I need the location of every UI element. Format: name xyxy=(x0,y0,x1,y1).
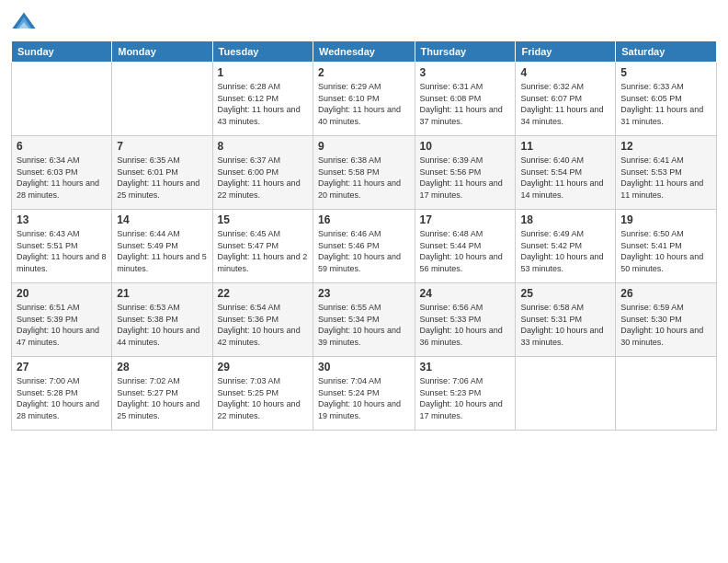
day-info: Sunrise: 6:44 AM Sunset: 5:49 PM Dayligh… xyxy=(117,228,207,274)
header-cell-thursday: Thursday xyxy=(415,41,516,63)
day-cell: 21Sunrise: 6:53 AM Sunset: 5:38 PM Dayli… xyxy=(112,283,212,357)
day-number: 14 xyxy=(117,213,207,226)
day-cell: 15Sunrise: 6:45 AM Sunset: 5:47 PM Dayli… xyxy=(212,210,313,283)
day-cell: 27Sunrise: 7:00 AM Sunset: 5:28 PM Dayli… xyxy=(12,357,112,431)
day-info: Sunrise: 6:31 AM Sunset: 6:08 PM Dayligh… xyxy=(420,81,511,127)
day-number: 10 xyxy=(420,140,511,153)
day-info: Sunrise: 6:59 AM Sunset: 5:30 PM Dayligh… xyxy=(620,302,711,348)
day-number: 31 xyxy=(420,361,511,373)
day-number: 16 xyxy=(318,213,410,226)
day-number: 3 xyxy=(420,66,511,79)
day-number: 11 xyxy=(520,140,610,153)
day-info: Sunrise: 6:53 AM Sunset: 5:38 PM Dayligh… xyxy=(117,302,207,348)
day-cell: 14Sunrise: 6:44 AM Sunset: 5:49 PM Dayli… xyxy=(112,210,212,283)
day-info: Sunrise: 6:48 AM Sunset: 5:44 PM Dayligh… xyxy=(420,228,511,274)
day-number: 17 xyxy=(420,213,511,226)
day-cell: 12Sunrise: 6:41 AM Sunset: 5:53 PM Dayli… xyxy=(616,136,717,210)
day-number: 27 xyxy=(17,361,107,373)
calendar-table: SundayMondayTuesdayWednesdayThursdayFrid… xyxy=(11,40,717,431)
day-cell xyxy=(112,63,212,136)
day-info: Sunrise: 7:06 AM Sunset: 5:23 PM Dayligh… xyxy=(420,375,511,421)
day-cell xyxy=(12,63,112,136)
header-cell-sunday: Sunday xyxy=(12,41,112,63)
day-info: Sunrise: 6:45 AM Sunset: 5:47 PM Dayligh… xyxy=(218,228,308,274)
day-cell: 17Sunrise: 6:48 AM Sunset: 5:44 PM Dayli… xyxy=(415,210,516,283)
header-row: SundayMondayTuesdayWednesdayThursdayFrid… xyxy=(12,41,717,63)
day-cell: 1Sunrise: 6:28 AM Sunset: 6:12 PM Daylig… xyxy=(212,63,313,136)
logo-icon xyxy=(11,9,37,35)
day-cell: 13Sunrise: 6:43 AM Sunset: 5:51 PM Dayli… xyxy=(12,210,112,283)
day-cell: 19Sunrise: 6:50 AM Sunset: 5:41 PM Dayli… xyxy=(616,210,717,283)
week-row-3: 13Sunrise: 6:43 AM Sunset: 5:51 PM Dayli… xyxy=(12,210,717,283)
day-info: Sunrise: 7:03 AM Sunset: 5:25 PM Dayligh… xyxy=(218,375,308,421)
day-cell: 8Sunrise: 6:37 AM Sunset: 6:00 PM Daylig… xyxy=(212,136,313,210)
day-number: 19 xyxy=(620,213,711,226)
day-cell xyxy=(616,357,717,431)
day-number: 30 xyxy=(318,361,410,373)
day-info: Sunrise: 6:54 AM Sunset: 5:36 PM Dayligh… xyxy=(218,302,308,348)
day-number: 22 xyxy=(218,287,308,300)
day-cell: 7Sunrise: 6:35 AM Sunset: 6:01 PM Daylig… xyxy=(112,136,212,210)
day-cell: 3Sunrise: 6:31 AM Sunset: 6:08 PM Daylig… xyxy=(415,63,516,136)
header-cell-tuesday: Tuesday xyxy=(212,41,313,63)
day-info: Sunrise: 6:41 AM Sunset: 5:53 PM Dayligh… xyxy=(620,155,711,201)
header xyxy=(11,9,717,35)
day-number: 15 xyxy=(218,213,308,226)
day-info: Sunrise: 6:29 AM Sunset: 6:10 PM Dayligh… xyxy=(318,81,410,127)
week-row-2: 6Sunrise: 6:34 AM Sunset: 6:03 PM Daylig… xyxy=(12,136,717,210)
day-cell: 26Sunrise: 6:59 AM Sunset: 5:30 PM Dayli… xyxy=(616,283,717,357)
day-number: 21 xyxy=(117,287,207,300)
calendar-body: 1Sunrise: 6:28 AM Sunset: 6:12 PM Daylig… xyxy=(12,63,717,431)
day-number: 13 xyxy=(17,213,107,226)
day-cell: 2Sunrise: 6:29 AM Sunset: 6:10 PM Daylig… xyxy=(313,63,415,136)
day-info: Sunrise: 7:04 AM Sunset: 5:24 PM Dayligh… xyxy=(318,375,410,421)
day-cell: 18Sunrise: 6:49 AM Sunset: 5:42 PM Dayli… xyxy=(516,210,616,283)
day-info: Sunrise: 6:28 AM Sunset: 6:12 PM Dayligh… xyxy=(218,81,308,127)
day-info: Sunrise: 6:46 AM Sunset: 5:46 PM Dayligh… xyxy=(318,228,410,274)
day-number: 6 xyxy=(17,140,107,153)
day-info: Sunrise: 6:39 AM Sunset: 5:56 PM Dayligh… xyxy=(420,155,511,201)
day-cell: 11Sunrise: 6:40 AM Sunset: 5:54 PM Dayli… xyxy=(516,136,616,210)
day-number: 12 xyxy=(620,140,711,153)
day-number: 20 xyxy=(17,287,107,300)
day-number: 24 xyxy=(420,287,511,300)
day-cell: 4Sunrise: 6:32 AM Sunset: 6:07 PM Daylig… xyxy=(516,63,616,136)
day-info: Sunrise: 6:32 AM Sunset: 6:07 PM Dayligh… xyxy=(520,81,610,127)
day-info: Sunrise: 6:56 AM Sunset: 5:33 PM Dayligh… xyxy=(420,302,511,348)
day-cell: 9Sunrise: 6:38 AM Sunset: 5:58 PM Daylig… xyxy=(313,136,415,210)
header-cell-saturday: Saturday xyxy=(616,41,717,63)
day-number: 8 xyxy=(218,140,308,153)
day-info: Sunrise: 6:40 AM Sunset: 5:54 PM Dayligh… xyxy=(520,155,610,201)
day-cell: 20Sunrise: 6:51 AM Sunset: 5:39 PM Dayli… xyxy=(12,283,112,357)
day-cell: 6Sunrise: 6:34 AM Sunset: 6:03 PM Daylig… xyxy=(12,136,112,210)
day-info: Sunrise: 7:00 AM Sunset: 5:28 PM Dayligh… xyxy=(17,375,107,421)
day-info: Sunrise: 6:51 AM Sunset: 5:39 PM Dayligh… xyxy=(17,302,107,348)
day-number: 28 xyxy=(117,361,207,373)
day-cell xyxy=(516,357,616,431)
day-number: 29 xyxy=(218,361,308,373)
day-info: Sunrise: 6:55 AM Sunset: 5:34 PM Dayligh… xyxy=(318,302,410,348)
week-row-5: 27Sunrise: 7:00 AM Sunset: 5:28 PM Dayli… xyxy=(12,357,717,431)
week-row-1: 1Sunrise: 6:28 AM Sunset: 6:12 PM Daylig… xyxy=(12,63,717,136)
day-number: 26 xyxy=(620,287,711,300)
day-cell: 23Sunrise: 6:55 AM Sunset: 5:34 PM Dayli… xyxy=(313,283,415,357)
day-number: 7 xyxy=(117,140,207,153)
day-info: Sunrise: 6:49 AM Sunset: 5:42 PM Dayligh… xyxy=(520,228,610,274)
day-cell: 5Sunrise: 6:33 AM Sunset: 6:05 PM Daylig… xyxy=(616,63,717,136)
day-cell: 22Sunrise: 6:54 AM Sunset: 5:36 PM Dayli… xyxy=(212,283,313,357)
day-cell: 25Sunrise: 6:58 AM Sunset: 5:31 PM Dayli… xyxy=(516,283,616,357)
day-info: Sunrise: 6:58 AM Sunset: 5:31 PM Dayligh… xyxy=(520,302,610,348)
week-row-4: 20Sunrise: 6:51 AM Sunset: 5:39 PM Dayli… xyxy=(12,283,717,357)
header-cell-friday: Friday xyxy=(516,41,616,63)
day-number: 18 xyxy=(520,213,610,226)
day-cell: 29Sunrise: 7:03 AM Sunset: 5:25 PM Dayli… xyxy=(212,357,313,431)
day-cell: 16Sunrise: 6:46 AM Sunset: 5:46 PM Dayli… xyxy=(313,210,415,283)
day-number: 23 xyxy=(318,287,410,300)
header-cell-monday: Monday xyxy=(112,41,212,63)
day-info: Sunrise: 7:02 AM Sunset: 5:27 PM Dayligh… xyxy=(117,375,207,421)
day-info: Sunrise: 6:38 AM Sunset: 5:58 PM Dayligh… xyxy=(318,155,410,201)
day-cell: 24Sunrise: 6:56 AM Sunset: 5:33 PM Dayli… xyxy=(415,283,516,357)
calendar-header: SundayMondayTuesdayWednesdayThursdayFrid… xyxy=(12,41,717,63)
day-number: 2 xyxy=(318,66,410,79)
day-number: 4 xyxy=(520,66,610,79)
